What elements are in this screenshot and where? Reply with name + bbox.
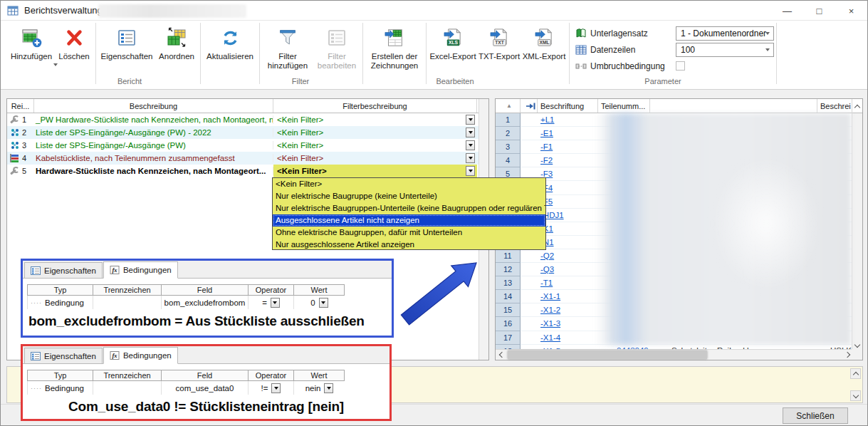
arrange-button[interactable]: Anordnen [155, 21, 198, 61]
device-tag-link[interactable]: -Q3 [540, 265, 554, 274]
wert-dropdown-button[interactable] [324, 383, 333, 393]
data-rows-icon [575, 44, 587, 56]
filter-cell[interactable]: <Kein Filter> [273, 126, 477, 139]
report-table-row[interactable]: 1 _PW Hardware-Stückliste nach Kennzeich… [7, 113, 488, 126]
delete-report-button[interactable]: Löschen [55, 21, 93, 61]
sort-column-header[interactable]: ▲ [496, 99, 521, 113]
tab-eigenschaften[interactable]: Eigenschaften [24, 348, 103, 363]
report-table-row[interactable]: 5 Hardware-Stückliste nach Kennzeichen, … [7, 165, 488, 177]
dropdown-option[interactable]: Nur elektrische Baugruppen-Unterteile (k… [273, 202, 545, 214]
create-drawings-button[interactable]: Erstellen der Zeichnungen [365, 21, 424, 71]
device-tag-link[interactable]: -X1-1 [540, 292, 560, 301]
filter-dropdown-button[interactable] [466, 128, 475, 137]
tab-bedingungen[interactable]: fx Bedingungen [103, 347, 178, 364]
datenzeilen-select[interactable]: 100 [676, 43, 774, 57]
column-header-filterbeschreibung[interactable]: Filterbeschreibung [273, 99, 477, 113]
dropdown-option[interactable]: Nur ausgeschlossene Artikel anzeigen [273, 239, 545, 251]
dropdown-option[interactable]: <Kein Filter> [273, 178, 545, 190]
add-report-button[interactable]: Hinzufügen [8, 21, 55, 68]
scroll-left-button[interactable] [496, 350, 506, 360]
excel-export-button[interactable]: XLS Excel-Export [429, 21, 477, 61]
device-row-number[interactable]: 2 [496, 127, 521, 140]
refresh-button[interactable]: Aktualisieren [203, 21, 257, 61]
device-tag-link[interactable]: -X1-2 [540, 306, 560, 314]
device-vertical-scrollbar[interactable] [852, 113, 862, 350]
filter-value: <Kein Filter> [277, 115, 466, 124]
report-table-header: Rei... Beschreibung Filterbeschreibung [7, 99, 488, 113]
filter-cell[interactable]: <Kein Filter> [273, 113, 477, 126]
device-tag-link[interactable]: +L1 [540, 115, 555, 124]
goto-column-header[interactable] [521, 99, 538, 113]
col-header-operator: Operator [248, 370, 293, 381]
device-row-number[interactable]: 12 [496, 263, 521, 276]
wert-dropdown-button[interactable] [319, 298, 328, 308]
filter-cell[interactable]: <Kein Filter> [273, 165, 477, 177]
condition-wert: nein [305, 384, 321, 393]
dropdown-option[interactable]: Ausgeschlossene Artikel nicht anzeigen [273, 214, 545, 227]
filter-dropdown-button[interactable] [466, 166, 475, 176]
maximize-button[interactable]: □ [803, 1, 835, 21]
filter-edit-list-icon [326, 25, 347, 51]
column-header-beschreibung[interactable]: Beschrei [817, 99, 852, 113]
device-row-number[interactable]: 14 [496, 290, 521, 303]
filter-add-button[interactable]: Filter hinzufügen [262, 21, 313, 71]
device-tag-link[interactable]: -F2 [540, 156, 553, 165]
filter-dropdown-button[interactable] [466, 140, 475, 150]
device-row-number[interactable]: 1 [496, 113, 521, 127]
close-button[interactable]: Schließen [783, 407, 848, 424]
report-description[interactable]: Liste der SPS-Eingänge/-Ausgänge (PW) - … [34, 128, 273, 137]
report-description[interactable]: Hardware-Stückliste nach Kennzeichen, na… [34, 167, 273, 175]
device-row-number[interactable]: 11 [496, 249, 521, 263]
report-table-row[interactable]: 3 Liste der SPS-Eingänge/-Ausgänge (PW) … [7, 139, 488, 152]
device-tag-link[interactable]: -F1 [540, 142, 553, 151]
report-row-number: 2 [22, 128, 26, 137]
report-type-icon [10, 115, 20, 125]
device-tag-link[interactable]: -Q2 [540, 251, 554, 260]
report-table-row[interactable]: 2 Liste der SPS-Eingänge/-Ausgänge (PW) … [7, 126, 488, 139]
strip-scroll-up-button[interactable] [850, 368, 861, 379]
filter-value: <Kein Filter> [277, 154, 466, 162]
device-horizontal-scrollbar[interactable] [496, 349, 853, 360]
filter-cell[interactable]: <Kein Filter> [273, 139, 477, 152]
filter-cell[interactable]: <Kein Filter> [273, 152, 477, 165]
device-row-number[interactable]: 17 [496, 331, 521, 345]
column-header-teilenummer[interactable]: Teilenumm... [598, 99, 650, 113]
txt-export-button[interactable]: TXT TXT-Export [477, 21, 521, 61]
column-header-beschriftung[interactable]: Beschriftung [538, 99, 598, 113]
operator-dropdown-button[interactable] [271, 383, 281, 393]
column-header-rei[interactable]: Rei... [7, 99, 34, 113]
scrollbar-thumb[interactable] [508, 350, 707, 359]
device-row-number[interactable]: 16 [496, 317, 521, 331]
device-tag-link[interactable]: -E1 [540, 129, 553, 137]
close-window-button[interactable]: × [835, 1, 867, 21]
device-row-number[interactable]: 3 [496, 140, 521, 154]
umbruchbedingung-checkbox[interactable] [676, 61, 685, 71]
report-description[interactable]: Kabelstückliste, nach Teilenummern zusam… [34, 154, 273, 162]
filter-dropdown-button[interactable] [466, 115, 475, 125]
device-row-number[interactable]: 13 [496, 276, 521, 290]
xml-export-button[interactable]: XML XML-Export [521, 21, 567, 61]
device-tag-link[interactable]: -X1-3 [540, 319, 560, 328]
unterlagensatz-select[interactable]: 1 - Dokumentenordner [676, 26, 774, 41]
device-tag-link[interactable]: -T1 [540, 279, 553, 287]
group-label-bearbeiten: Bearbeiten [436, 77, 474, 85]
device-tag-link[interactable]: -X1-4 [540, 333, 560, 342]
properties-button[interactable]: Eigenschaften [98, 21, 155, 61]
report-description[interactable]: _PW Hardware-Stückliste nach Kennzeichen… [34, 115, 273, 124]
scroll-up-button[interactable] [852, 99, 862, 113]
operator-dropdown-button[interactable] [271, 298, 280, 308]
toolbar-separator [426, 23, 427, 84]
dropdown-option[interactable]: Ohne elektrische Baugruppen, dafür mit U… [273, 227, 545, 239]
report-description[interactable]: Liste der SPS-Eingänge/-Ausgänge (PW) [34, 141, 273, 150]
device-row-number[interactable]: 15 [496, 303, 521, 317]
filter-dropdown-button[interactable] [466, 153, 475, 163]
dropdown-option[interactable]: Nur elektrische Baugruppe (keine Unterte… [273, 190, 545, 202]
tab-bedingungen[interactable]: fx Bedingungen [103, 261, 178, 279]
report-table-row[interactable]: 4 Kabelstückliste, nach Teilenummern zus… [7, 152, 488, 165]
strip-scroll-down-button[interactable] [850, 390, 861, 401]
device-row-number[interactable]: 4 [496, 154, 521, 167]
minimize-button[interactable]: — [771, 1, 803, 21]
tab-eigenschaften[interactable]: Eigenschaften [24, 262, 103, 278]
column-header-beschreibung[interactable]: Beschreibung [34, 99, 273, 113]
add-dropdown-caret[interactable] [53, 63, 58, 68]
